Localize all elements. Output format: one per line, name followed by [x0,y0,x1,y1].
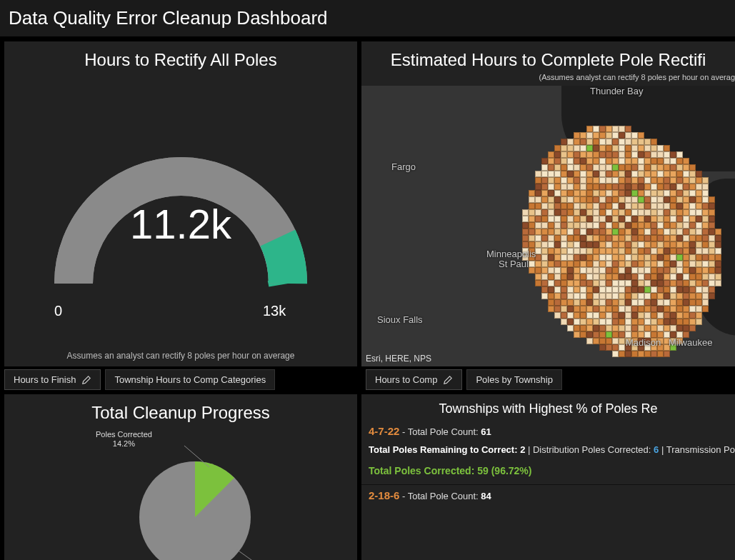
pie-svg [59,431,302,560]
township-title: Townships with Highest % of Poles Re [361,394,735,422]
map-canvas[interactable]: Thunder Bay Fargo Minneapolis St Paul Si… [361,86,735,366]
wisconsin-choropleth [522,126,729,361]
gauge-tabs: Hours to Finish Township Hours to Comp C… [4,366,357,390]
tab-label: Hours to Finish [14,374,76,385]
gauge-value: 11.2k [130,200,231,248]
tab-poles-by-township[interactable]: Poles by Township [466,369,561,390]
corrected-pct: 14.2% [96,439,152,449]
corrected-text: Poles Corrected [96,430,152,439]
pencil-icon [81,375,91,385]
pie-label-corrected: Poles Corrected 14.2% [96,430,152,449]
township-done-row: Total Poles Corrected: 59 (96.72%) [361,458,735,484]
gauge-panel: Hours to Rectify All Poles 11.2k 0 13k A… [4,41,357,390]
dashboard-title: Data Quality Error Cleanup Dashboard [0,0,735,37]
gauge-chart[interactable]: 11.2k 0 13k [4,73,357,351]
township-count: 84 [481,491,491,501]
township-row[interactable]: 2-18-6 - Total Pole Count: 84 [361,484,735,506]
map-tabs: Hours to Comp Poles by Township [361,366,735,390]
city-stpaul: St Paul [499,259,529,269]
gauge-min-label: 0 [54,303,62,319]
pie-chart[interactable]: Poles Corrected 14.2% Poles Remaining [4,426,357,560]
remain-label: Total Poles Remaining to Correct: [369,444,520,455]
cleanup-title: Total Cleanup Progress [4,394,357,426]
township-row[interactable]: 4-7-22 - Total Pole Count: 61 [361,422,735,441]
tab-hours-to-comp[interactable]: Hours to Comp [366,369,462,390]
dashboard-grid: Hours to Rectify All Poles 11.2k 0 13k A… [0,37,735,560]
tab-label: Hours to Comp [375,374,437,385]
township-name: 2-18-6 [369,489,399,501]
remain-value: 2 [520,444,525,455]
gauge-caption: Assumes an analyst can rectify 8 poles p… [4,351,357,366]
pencil-icon [443,375,453,385]
township-count: 61 [481,426,491,437]
dist-label: Distribution Poles Corrected: [533,444,654,455]
dist-value: 6 [654,444,659,455]
tab-township-hours-categories[interactable]: Township Hours to Comp Categories [105,369,275,390]
trans-label: | Transmission Poles Corr [661,444,735,455]
sep: | [528,444,533,455]
gauge-max-label: 13k [263,303,286,319]
city-fargo: Fargo [391,161,416,172]
city-thunder-bay: Thunder Bay [590,86,643,96]
map-attribution: Esri, HERE, NPS [366,354,431,364]
township-detail-row: Total Poles Remaining to Correct: 2 | Di… [361,441,735,459]
township-panel: Townships with Highest % of Poles Re 4-7… [361,394,735,560]
township-name: 4-7-22 [369,425,399,437]
township-done: Total Poles Corrected: 59 (96.72%) [369,465,531,476]
cleanup-panel: Total Cleanup Progress Poles Corrected 1… [4,394,357,560]
map-panel-container: Estimated Hours to Complete Pole Rectifi… [361,41,735,390]
township-count-label: - Total Pole Count: [402,491,481,501]
svg-line-2 [236,549,266,560]
tab-label: Township Hours to Comp Categories [114,374,266,385]
tab-hours-to-finish[interactable]: Hours to Finish [4,369,101,390]
city-milwaukee: Milwaukee [669,337,712,348]
township-count-label: - Total Pole Count: [402,426,481,437]
map-subtitle: (Assumes analyst can rectify 8 poles per… [361,73,735,86]
tab-label: Poles by Township [476,374,552,385]
gauge-title: Hours to Rectify All Poles [4,41,357,73]
map-title: Estimated Hours to Complete Pole Rectifi [361,41,735,73]
city-minneapolis: Minneapolis [486,249,536,259]
city-sioux-falls: Sioux Falls [377,314,423,325]
city-madison: Madison [626,337,661,348]
